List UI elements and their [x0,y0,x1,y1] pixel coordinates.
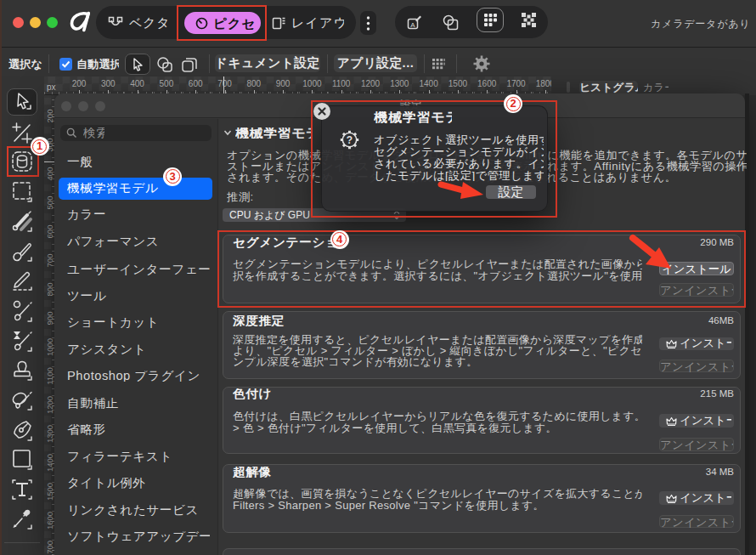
svg-text:A: A [410,21,415,29]
